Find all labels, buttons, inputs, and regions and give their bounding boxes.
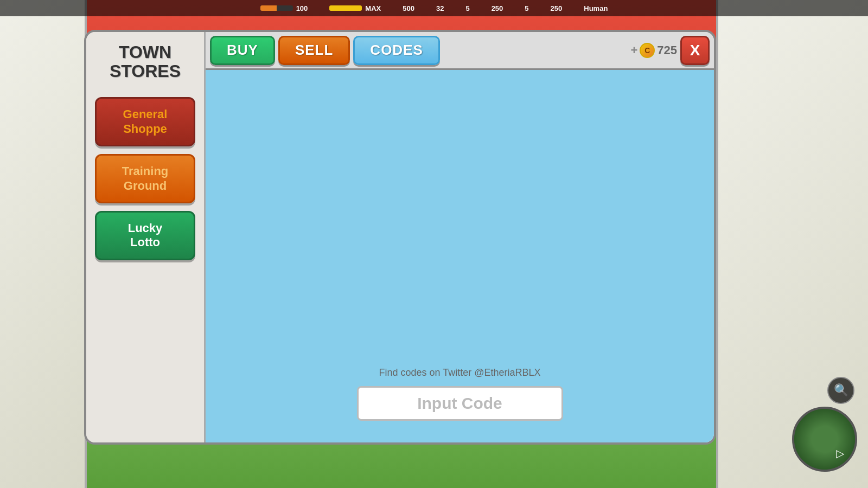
tab-codes-button[interactable]: CODES — [353, 36, 439, 65]
hud-stat-8: 250 — [551, 4, 563, 12]
building-left — [0, 0, 87, 488]
magnify-icon: 🔍 — [834, 383, 848, 397]
hud-stat-4: 32 — [436, 4, 444, 12]
sidebar-btn-general[interactable]: General Shoppe — [95, 97, 195, 146]
coin-icon: C — [640, 43, 655, 58]
codes-content-area: Find codes on Twitter @EtheriaRBLX — [206, 70, 714, 442]
tab-bar: BUY SELL CODES + C 725 X — [206, 32, 714, 70]
hud-segment-1: 100 — [260, 4, 308, 12]
sidebar: TOWN STORES General Shoppe Training Grou… — [86, 32, 206, 442]
bar-track-1 — [260, 5, 293, 11]
minimap: ▷ — [792, 407, 857, 472]
hud-stat-2: MAX — [365, 4, 381, 12]
minimap-pointer-icon: ▷ — [836, 447, 844, 460]
hud-stat-7: 5 — [525, 4, 528, 12]
main-modal: TOWN STORES General Shoppe Training Grou… — [84, 30, 716, 445]
bar-fill-1 — [260, 5, 277, 11]
minimap-zoom-button[interactable]: 🔍 — [827, 377, 854, 404]
hud-bar: 100 MAX 500 32 5 250 5 250 Human — [0, 0, 868, 16]
bar-track-2 — [329, 5, 362, 11]
bar-fill-2 — [329, 5, 362, 11]
sidebar-btn-lotto[interactable]: Lucky Lotto — [95, 211, 195, 260]
close-button[interactable]: X — [680, 36, 710, 65]
minimap-inner: ▷ — [794, 409, 855, 470]
code-input-wrapper — [357, 386, 563, 421]
tab-sell-button[interactable]: SELL — [278, 36, 350, 65]
tab-buy-button[interactable]: BUY — [210, 36, 275, 65]
hud-stat-3: 500 — [403, 4, 414, 12]
hud-stat-6: 250 — [492, 4, 503, 12]
hud-stat-5: 5 — [465, 4, 469, 12]
code-input-field[interactable] — [357, 386, 563, 421]
hud-stat-1: 100 — [296, 4, 308, 12]
sidebar-btn-training[interactable]: Training Ground — [95, 154, 195, 203]
currency-display: + C 725 — [630, 43, 677, 58]
currency-amount: 725 — [657, 43, 677, 57]
main-panel: BUY SELL CODES + C 725 X Find codes on T… — [206, 32, 714, 442]
hud-player-type: Human — [584, 4, 608, 12]
hud-segment-2: MAX — [329, 4, 381, 12]
codes-hint-text: Find codes on Twitter @EtheriaRBLX — [379, 367, 540, 378]
sidebar-title: TOWN STORES — [110, 43, 181, 81]
